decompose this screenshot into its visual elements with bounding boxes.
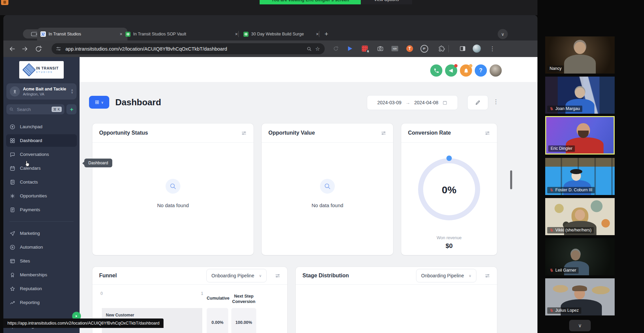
browser-menu-kebab-icon[interactable]: ⋮ [488,45,496,53]
menubar-app-icon [1,0,8,5]
sidebar-search[interactable]: ⌘ K [6,104,64,114]
dashboard-switcher-button[interactable]: ∨ [89,96,109,109]
card-filter-icon[interactable] [241,130,247,136]
tab-divider [319,31,319,37]
participant-name: Leil Garner [555,268,576,273]
logo-diamond-icon [22,63,36,77]
card-filter-icon[interactable] [381,130,386,136]
page-zoom-icon[interactable] [306,46,312,52]
screen: You are viewing Eric Dingler's screen Vi… [0,0,644,333]
participants-scroll-chevron-button[interactable]: ∨ [569,320,591,331]
extension-t-icon[interactable]: T [406,45,414,53]
empty-state-text: No data found [157,202,189,208]
forward-button[interactable] [21,45,29,53]
ai-sparkle-button[interactable] [66,104,77,114]
notifications-button[interactable] [460,64,472,77]
funnel-pipeline-select[interactable]: Onboarding Pipeline ∨ [206,269,267,282]
tab-build-surge[interactable]: 30 Day Website Build Surge × [240,28,324,40]
edit-dashboard-button[interactable] [467,95,488,110]
participant-video-leil[interactable]: Leil Garner [545,238,615,275]
card-filter-icon[interactable] [485,130,490,136]
sidebar-item-dashboard[interactable]: Dashboard [6,134,77,147]
search-input[interactable] [16,107,45,112]
tab-in-transit-studios[interactable]: In Transit Studios × [37,28,127,40]
sidebar-item-memberships[interactable]: Memberships [6,269,77,281]
card-conversion-rate: Conversion Rate 0% Won revenue $0 [401,123,497,255]
extension-grid-badge-icon[interactable]: 6 [361,45,369,53]
sites-window-icon [9,258,16,264]
sidebar-item-reporting[interactable]: Reporting [6,296,77,309]
back-button[interactable] [8,45,16,53]
user-avatar[interactable] [490,64,502,77]
extensions-puzzle-icon[interactable] [438,45,446,53]
participant-video-foster[interactable]: Foster D. Coburn III [545,158,615,195]
tab3-close-icon[interactable]: × [314,31,320,37]
address-bar[interactable]: ☆ [52,43,325,54]
tab-sop-vault[interactable]: In Transit Studios SOP Vault × [122,28,243,40]
card-filter-icon[interactable] [485,273,490,279]
scrollbar-thumb[interactable] [510,170,512,189]
funnel-axis-min: 0 [100,291,103,296]
empty-state-text: No data found [312,202,343,208]
participant-video-nancy[interactable]: Nancy [545,36,615,74]
mic-muted-icon [550,228,554,232]
tune-icon[interactable] [56,46,61,52]
bookmark-star-icon[interactable]: ☆ [315,46,320,52]
sidebar-item-contacts[interactable]: Contacts [6,176,77,188]
announcements-button[interactable] [445,64,457,77]
dashboard-menu-kebab-icon[interactable]: ⋮ [493,98,499,105]
sidebar-item-calendars[interactable]: Calendars [6,162,77,174]
account-location: Arlington, VA [23,92,66,96]
chevron-down-icon: ∨ [469,274,471,278]
participant-video-vikki[interactable]: Vikki (she/her/hers) [545,198,615,235]
tab1-favicon [40,31,46,37]
help-button[interactable]: ? [475,64,487,77]
side-panel-icon[interactable] [459,45,467,53]
paper-plane-icon [9,230,16,237]
card-opportunity-status: Opportunity Status No data found [92,123,254,255]
participant-video-julius[interactable]: Julius Lopez [545,278,615,315]
sidebar-item-automation[interactable]: Automation [6,241,77,253]
card-filter-icon[interactable] [275,273,281,279]
app-sidebar: IN TRANSIT STUDIOS Acme Bait and Tackle … [3,57,80,333]
new-tab-button[interactable]: + [322,29,331,39]
extension-code-icon[interactable]: </> [391,45,399,53]
sidebar-item-opportunities[interactable]: Opportunities [6,190,77,202]
conversion-rate-value: 0% [401,184,497,196]
sidebar-item-reputation[interactable]: Reputation [6,282,77,295]
participant-video-eric-active-speaker[interactable]: Eric Dingler [545,116,615,155]
sidebar-item-marketing[interactable]: Marketing [6,227,77,240]
cursor-pointer [24,160,31,168]
reload-button[interactable] [34,45,42,53]
extension-ip-icon[interactable]: IP [420,45,428,53]
card-opportunity-value: Opportunity Value No data found [262,123,393,255]
view-options-button[interactable]: View Options [361,0,412,4]
nav-divider [9,221,74,222]
extension-play-icon[interactable] [346,45,354,53]
tab3-favicon [243,32,248,37]
url-input[interactable] [65,46,306,52]
funnel-col-cumulative: Cumulative [207,296,228,301]
participant-name: Foster D. Coburn III [555,188,592,192]
calendar-icon [9,165,16,171]
donut-progress-dot [446,156,452,161]
funnel-next-step-cell: 100.00% [231,308,256,333]
phone-icon [434,68,439,74]
extension-camera-icon[interactable] [376,45,384,53]
phone-button[interactable] [430,64,442,77]
date-range-picker[interactable]: 2024-03-09 → 2024-04-08 [367,95,458,110]
won-revenue-value: $0 [401,242,497,250]
extension-recycle-icon[interactable] [332,45,340,53]
account-switcher[interactable]: Acme Bait and Tackle Arlington, VA ∧∨ [6,83,77,100]
browser-toolbar: ☆ 6 </> T IP ⋮ [3,40,537,57]
sidebar-item-conversations[interactable]: Conversations [6,148,77,161]
app-logo: IN TRANSIT STUDIOS [19,61,64,79]
sidebar-item-launchpad[interactable]: Launchpad [6,120,77,133]
sidebar-item-payments[interactable]: Payments [6,203,77,216]
profile-avatar-icon[interactable] [473,45,481,53]
sidebar-item-sites[interactable]: Sites [6,255,77,267]
stage-pipeline-select[interactable]: Onboarding Pipeline ∨ [416,269,476,282]
tab-list-chevron-button[interactable]: ∨ [498,29,508,39]
dashboard-main: ∨ Dashboard 2024-03-09 → 2024-04-08 ⋮ Op… [80,82,537,333]
participant-video-joan[interactable]: Joan Margau [545,77,615,114]
